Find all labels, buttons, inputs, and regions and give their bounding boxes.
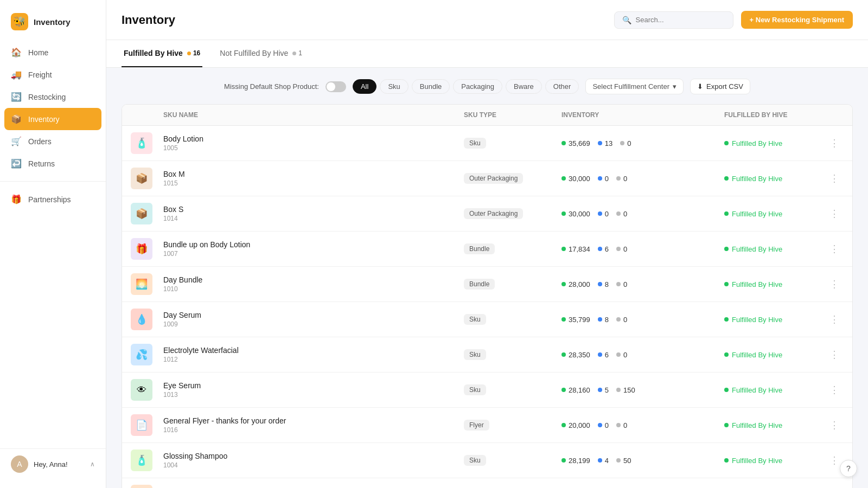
sku-type-badge: Sku [464, 138, 486, 149]
inv-dot-blue [598, 141, 602, 145]
table-row[interactable]: 📦 Box M 1015 Outer Packaging 30,000 0 [122, 161, 852, 196]
inventory-counts: 35,799 8 0 [561, 316, 724, 324]
inv-count-green: 30,000 [561, 175, 590, 183]
row-menu-button[interactable]: ⋮ [825, 346, 844, 363]
filter-bar: Missing Default Shop Product: All Sku Bu… [122, 79, 853, 94]
sidebar-item-freight[interactable]: 🚚 Freight [0, 63, 106, 86]
product-image: 🧴 [131, 132, 152, 154]
filter-pill-all[interactable]: All [353, 79, 376, 94]
fulfilled-badge: Fulfilled By Hive [724, 386, 782, 394]
row-menu-button[interactable]: ⋮ [825, 241, 844, 257]
help-button[interactable]: ? [840, 460, 857, 477]
download-icon: ⬇ [697, 82, 703, 91]
col-inventory: Inventory [561, 111, 724, 119]
content-area: Missing Default Shop Product: All Sku Bu… [106, 68, 868, 488]
inv-dot-gray [616, 282, 621, 286]
sidebar-logo: 🐝 Inventory [0, 9, 106, 41]
row-actions: ⋮ [825, 170, 844, 187]
row-menu-button[interactable]: ⋮ [825, 206, 844, 222]
product-sku: 1015 [163, 179, 464, 187]
inv-dot-gray [616, 176, 621, 181]
fulfillment-center-select[interactable]: Select Fulfillment Center ▾ [585, 79, 684, 94]
inv-count-gray: 0 [616, 351, 627, 359]
row-menu-button[interactable]: ⋮ [825, 276, 844, 292]
filter-pill-other[interactable]: Other [545, 79, 579, 94]
row-actions: ⋮ [825, 276, 844, 292]
inv-dot-blue [598, 458, 602, 463]
chevron-up-icon[interactable]: ∧ [90, 460, 95, 468]
user-info[interactable]: A Hey, Anna! [11, 455, 68, 473]
inv-count-blue: 6 [598, 245, 609, 253]
fulfilled-cell: Fulfilled By Hive ⋮ [724, 417, 844, 433]
row-menu-button[interactable]: ⋮ [825, 135, 844, 151]
table-row[interactable]: 🧪 Liquid Serum Base 1008 Sku 28,000 10 [122, 478, 852, 488]
inv-count-gray: 0 [616, 421, 627, 429]
fulfilled-badge: Fulfilled By Hive [724, 139, 782, 147]
product-image: 🧪 [131, 485, 152, 488]
product-image: 💧 [131, 309, 152, 330]
fulfilled-badge: Fulfilled By Hive [724, 421, 782, 429]
tab-not-fulfilled-by-hive[interactable]: Not Fulfilled By Hive 1 [218, 40, 304, 67]
filter-pill-bundle[interactable]: Bundle [412, 79, 450, 94]
inv-dot-blue [598, 388, 602, 392]
inv-count-green: 28,160 [561, 386, 590, 394]
missing-product-toggle[interactable] [326, 81, 346, 92]
sidebar-item-home[interactable]: 🏠 Home [0, 41, 106, 63]
avatar: A [11, 455, 28, 473]
row-menu-button[interactable]: ⋮ [825, 311, 844, 328]
table-row[interactable]: 📄 General Flyer - thanks for your order … [122, 408, 852, 443]
row-menu-button[interactable]: ⋮ [825, 382, 844, 398]
product-name: Box M [163, 170, 464, 178]
table-row[interactable]: 🧴 Glossing Shampoo 1004 Sku 28,199 4 [122, 443, 852, 478]
table-row[interactable]: 📦 Box S 1014 Outer Packaging 30,000 0 [122, 196, 852, 232]
row-menu-button[interactable]: ⋮ [825, 417, 844, 433]
product-sku: 1007 [163, 250, 464, 258]
table-row[interactable]: 💧 Day Serum 1009 Sku 35,799 8 0 [122, 302, 852, 337]
sidebar-item-partnerships[interactable]: 🎁 Partnerships [0, 188, 106, 210]
fulfilled-cell: Fulfilled By Hive ⋮ [724, 170, 844, 187]
filter-pill-bware[interactable]: Bware [506, 79, 542, 94]
table-row[interactable]: 🌅 Day Bundle 1010 Bundle 28,000 8 [122, 267, 852, 302]
table-row[interactable]: 🧴 Body Lotion 1005 Sku 35,669 13 [122, 126, 852, 161]
table-row[interactable]: 🎁 Bundle up on Body Lotion 1007 Bundle 1… [122, 232, 852, 267]
inv-dot-gray [616, 458, 621, 463]
tabs-bar: Fulfilled By Hive 16 Not Fulfilled By Hi… [106, 40, 868, 68]
inventory-counts: 28,199 4 50 [561, 457, 724, 465]
filter-pill-packaging[interactable]: Packaging [453, 79, 502, 94]
inv-count-green: 35,799 [561, 316, 590, 324]
filter-pill-sku[interactable]: Sku [380, 79, 408, 94]
sidebar-item-restocking[interactable]: 🔄 Restocking [0, 86, 106, 108]
tab-fulfilled-by-hive[interactable]: Fulfilled By Hive 16 [122, 40, 202, 67]
sku-type-badge: Sku [464, 314, 486, 325]
search-input[interactable] [636, 16, 725, 24]
table-row[interactable]: 💦 Electrolyte Waterfacial 1012 Sku 28,35… [122, 337, 852, 373]
tab-count: 1 [298, 49, 302, 57]
product-info: Day Serum 1009 [163, 311, 464, 328]
product-sku: 1013 [163, 391, 464, 399]
fulfilled-dot [724, 388, 729, 392]
sidebar-item-inventory[interactable]: 📦 Inventory [4, 108, 101, 130]
sidebar-item-label: Partnerships [28, 195, 71, 204]
new-shipment-button[interactable]: + New Restocking Shipment [741, 11, 853, 29]
sidebar-nav: 🏠 Home 🚚 Freight 🔄 Restocking 📦 Inventor… [0, 41, 106, 448]
export-label: Export CSV [706, 82, 743, 91]
sidebar-item-returns[interactable]: ↩️ Returns [0, 152, 106, 175]
inv-dot-gray [616, 352, 621, 357]
table-row[interactable]: 👁 Eye Serum 1013 Sku 28,160 5 15 [122, 373, 852, 408]
fulfilled-dot [724, 317, 729, 322]
sidebar-item-orders[interactable]: 🛒 Orders [0, 130, 106, 152]
sidebar: 🐝 Inventory 🏠 Home 🚚 Freight 🔄 Restockin… [0, 0, 106, 488]
partnerships-icon: 🎁 [11, 194, 22, 204]
table-header: SKU Name SKU Type Inventory Fulfilled by… [122, 105, 852, 126]
row-menu-button[interactable]: ⋮ [825, 170, 844, 187]
search-box[interactable]: 🔍 [614, 11, 733, 29]
missing-label: Missing Default Shop Product: [224, 82, 319, 91]
fulfilled-badge: Fulfilled By Hive [724, 280, 782, 288]
export-csv-button[interactable]: ⬇ Export CSV [690, 79, 750, 94]
fulfilled-dot [724, 423, 729, 427]
inv-dot-green [561, 388, 566, 392]
sku-type-badge: Outer Packaging [464, 173, 523, 184]
sidebar-item-label: Returns [28, 159, 55, 168]
product-name: Glossing Shampoo [163, 452, 464, 460]
inv-dot-green [561, 317, 566, 322]
